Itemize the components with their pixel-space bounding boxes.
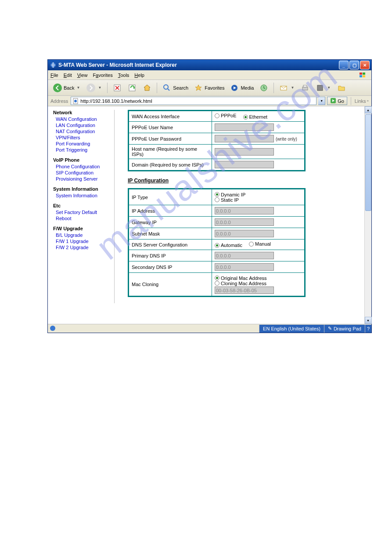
titlebar[interactable]: S-MTA Web Server - Microsoft Internet Ex… [48,60,371,70]
radio-clone-mac[interactable]: Cloning Mac Address [215,281,266,286]
radio-dns-manual[interactable]: Manual [249,241,271,247]
address-dropdown[interactable]: ▼ [318,97,325,105]
pdns-input[interactable] [215,252,274,259]
menu-tools[interactable]: Tools [118,73,129,78]
go-icon [330,98,336,105]
stop-button[interactable] [110,82,124,94]
media-button[interactable]: Media [227,82,256,94]
refresh-button[interactable] [125,82,139,94]
menubar: File Edit View Favorites Tools Help [48,70,371,80]
gateway-label: Gateway IP [129,217,212,228]
edit-button[interactable]: ▼ [313,82,334,94]
favorites-button[interactable]: Favorites [191,82,227,94]
discuss-button[interactable] [334,82,349,94]
menu-file[interactable]: File [50,73,58,78]
status-bar: EN English (United States) ✎ Drawing Pad… [48,324,371,333]
radio-dynamic-ip[interactable]: Dynamic IP [215,192,245,197]
gateway-input[interactable] [215,218,274,226]
sidebar-item-sip[interactable]: SIP Configuration [53,170,109,176]
sidebar-item-fw1[interactable]: F/W 1 Upgrade [53,238,109,244]
svg-rect-14 [303,85,307,87]
mac-input[interactable] [215,287,274,294]
sidebar-item-wan[interactable]: WAN Configuration [53,116,109,122]
svg-point-17 [74,100,77,102]
close-button[interactable]: ✕ [360,61,370,69]
svg-rect-2 [363,73,365,75]
history-button[interactable] [257,82,271,94]
ie-window: S-MTA Web Server - Microsoft Internet Ex… [47,59,372,333]
domain-input[interactable] [215,161,274,168]
mail-button[interactable]: ▼ [277,82,297,94]
page-icon [72,98,79,105]
status-lang[interactable]: EN English (United States) [259,325,324,333]
back-button[interactable]: Back ▼ [50,82,83,94]
chevron-down-icon: ▼ [290,86,295,90]
menu-view[interactable]: View [77,73,88,78]
dns-cfg-label: DNS Server Configuration [129,239,212,250]
menu-edit[interactable]: Edit [64,73,72,78]
svg-point-9 [164,85,168,89]
sidebar-item-reboot[interactable]: Reboot [53,215,109,221]
pdns-label: Primary DNS IP [129,250,212,261]
write-only-label: (write only) [276,137,297,141]
scroll-up-icon[interactable]: ▲ [365,106,372,113]
window-title: S-MTA Web Server - Microsoft Internet Ex… [58,62,339,68]
sidebar-item-bl[interactable]: B/L Upgrade [53,232,109,238]
scroll-thumb[interactable] [365,114,371,211]
sdns-input[interactable] [215,263,274,271]
host-input[interactable] [215,148,274,156]
radio-pppoe[interactable]: PPPoE [215,113,236,118]
sidebar-item-phone[interactable]: Phone Configuration [53,163,109,170]
forward-button[interactable]: ▼ [84,82,104,94]
sidebar-item-sysinfo[interactable]: System Information [53,192,109,199]
status-help-icon[interactable]: ? [365,325,371,333]
media-label: Media [241,85,254,91]
status-drawing-pad[interactable]: ✎ Drawing Pad [324,325,365,333]
minimize-button[interactable]: _ [339,61,349,69]
mail-icon [279,83,288,93]
go-label: Go [338,98,344,104]
sidebar-item-nat[interactable]: NAT Configuration [53,128,109,134]
windows-flag-icon [359,72,369,78]
menu-favorites[interactable]: Favorites [93,73,112,78]
sidebar-item-lan[interactable]: LAN Configuration [53,122,109,128]
sdns-label: Secondary DNS IP [129,261,212,273]
radio-dns-auto[interactable]: Automatic [215,243,242,248]
ipaddr-label: IP Address [129,205,212,217]
refresh-icon [127,83,137,93]
svg-rect-13 [302,87,308,90]
sidebar-item-porttrg[interactable]: Port Triggering [53,147,109,153]
chevron-down-icon: ▼ [76,86,81,90]
mac-label: Mac Cloning [129,273,212,297]
ip-config-heading: IP Configuration [128,178,359,184]
ie-status-icon [50,325,56,332]
sidebar-item-prov[interactable]: Provisioning Server [53,176,109,182]
radio-ethernet[interactable]: Ethernet [243,114,268,120]
radio-static-ip[interactable]: Static IP [215,197,239,203]
vertical-scrollbar[interactable]: ▲ ▼ [364,106,371,324]
search-button[interactable]: Search [160,82,191,94]
menu-help[interactable]: Help [134,73,144,78]
subnet-input[interactable] [215,230,274,237]
sidebar-item-fw2[interactable]: F/W 2 Upgrade [53,244,109,250]
address-input[interactable]: http://192.168.100.1/network.html [71,97,316,105]
ipaddr-input[interactable] [215,207,274,214]
radio-orig-mac[interactable]: Original Mac Address [215,276,267,281]
scroll-down-icon[interactable]: ▼ [365,317,372,324]
links-button[interactable]: Links » [355,98,369,104]
sidebar-heading-sysinfo: System Information [53,186,109,192]
back-label: Back [64,85,74,91]
maximize-button[interactable]: ▢ [349,61,359,69]
folder-icon [337,83,346,93]
print-button[interactable] [298,82,312,94]
pppoe-user-input[interactable] [215,123,274,131]
domain-label: Domain (Required by some ISPs) [129,159,212,171]
pen-icon: ✎ [328,326,332,331]
pppoe-pass-input[interactable] [215,135,274,142]
sidebar-item-factory[interactable]: Set Factory Default [53,209,109,215]
media-icon [230,83,239,93]
sidebar-item-portfwd[interactable]: Port Forwarding [53,141,109,147]
sidebar-item-vpn[interactable]: VPN/Filters [53,134,109,141]
home-button[interactable] [140,82,154,94]
go-button[interactable]: Go [327,97,347,105]
